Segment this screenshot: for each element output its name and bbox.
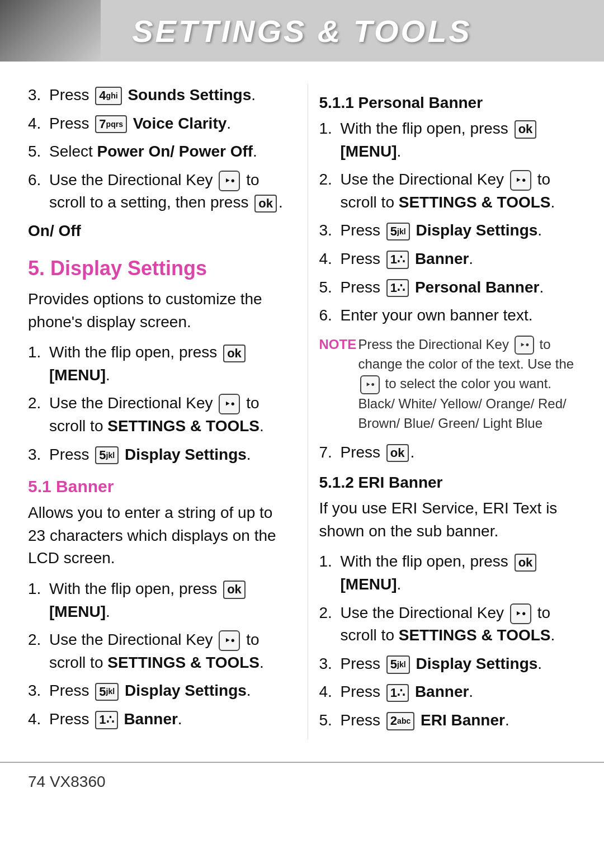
page-header: SETTINGS & TOOLS bbox=[0, 0, 604, 62]
subsection-512-desc: If you use ERI Service, ERI Text is show… bbox=[319, 497, 577, 542]
key-5jkl-s512: 5jkl bbox=[386, 655, 410, 673]
s512-step-text-2: Use the Directional Key ‣• to scroll to … bbox=[341, 602, 577, 647]
s5-step-text-2: Use the Directional Key ‣• to scroll to … bbox=[49, 392, 285, 437]
key-4ghi: 4ghi bbox=[95, 87, 121, 105]
key-2abc-s512: 2abc bbox=[386, 712, 414, 730]
key-1-s512: 1∴ bbox=[386, 684, 409, 702]
s511-step-num-6: 6. bbox=[319, 304, 341, 327]
key-1b-s511: 1∴ bbox=[386, 279, 409, 297]
step-text-7: Press ok. bbox=[341, 441, 577, 464]
s511-step-text-3: Press 5jkl Display Settings. bbox=[341, 219, 577, 242]
step-7: 7. Press ok. bbox=[319, 441, 577, 464]
s511-step-num-4: 4. bbox=[319, 248, 341, 271]
s51-step-text-2: Use the Directional Key ‣• to scroll to … bbox=[49, 629, 285, 674]
step-6: 6. Use the Directional Key ‣• to scroll … bbox=[28, 169, 285, 214]
s5-step-3: 3. Press 5jkl Display Settings. bbox=[28, 444, 285, 466]
subsection51-steps: 1. With the flip open, press ok [MENU]. … bbox=[28, 578, 285, 731]
step-3: 3. Press 4ghi Sounds Settings. bbox=[28, 84, 285, 107]
s512-step-num-4: 4. bbox=[319, 681, 341, 704]
subsection511-steps: 1. With the flip open, press ok [MENU]. … bbox=[319, 117, 577, 327]
s51-step-num-2: 2. bbox=[28, 629, 49, 652]
s5-step-num-3: 3. bbox=[28, 444, 49, 466]
s512-step-4: 4. Press 1∴ Banner. bbox=[319, 681, 577, 704]
page-content: 3. Press 4ghi Sounds Settings. 4. Press … bbox=[0, 62, 604, 762]
note-label: NOTE bbox=[319, 335, 353, 355]
page-title: SETTINGS & TOOLS bbox=[132, 13, 471, 49]
s512-step-text-3: Press 5jkl Display Settings. bbox=[341, 653, 577, 676]
s512-step-1: 1. With the flip open, press ok [MENU]. bbox=[319, 550, 577, 596]
subsection-51-desc: Allows you to enter a string of up to 23… bbox=[28, 502, 285, 570]
s51-step-4: 4. Press 1∴ Banner. bbox=[28, 708, 285, 731]
right-column: 5.1.1 Personal Banner 1. With the flip o… bbox=[308, 84, 577, 739]
step-text-6: Use the Directional Key ‣• to scroll to … bbox=[49, 169, 285, 214]
s511-step-num-3: 3. bbox=[319, 219, 341, 242]
s511-step-3: 3. Press 5jkl Display Settings. bbox=[319, 219, 577, 242]
section-5-desc: Provides options to customize the phone'… bbox=[28, 288, 285, 333]
ok-key-s512-1: ok bbox=[515, 554, 537, 572]
key-7pqrs: 7pqrs bbox=[95, 115, 127, 133]
s51-step-num-1: 1. bbox=[28, 578, 49, 601]
s51-step-text-1: With the flip open, press ok [MENU]. bbox=[49, 578, 285, 623]
s511-step-5: 5. Press 1∴ Personal Banner. bbox=[319, 276, 577, 299]
s51-step-2: 2. Use the Directional Key ‣• to scroll … bbox=[28, 629, 285, 674]
s511-step-text-4: Press 1∴ Banner. bbox=[341, 248, 577, 271]
key-5jkl-s51: 5jkl bbox=[95, 683, 119, 701]
s5-step-2: 2. Use the Directional Key ‣• to scroll … bbox=[28, 392, 285, 437]
step-text-5: Select Power On/ Power Off. bbox=[49, 140, 285, 163]
key-1-s51: 1∴ bbox=[95, 711, 117, 729]
key-5jkl-s511: 5jkl bbox=[386, 223, 410, 240]
step-num-4: 4. bbox=[28, 112, 49, 135]
s5-step-text-3: Press 5jkl Display Settings. bbox=[49, 444, 285, 466]
s51-step-3: 3. Press 5jkl Display Settings. bbox=[28, 680, 285, 702]
key-1-s511: 1∴ bbox=[386, 251, 409, 268]
s511-step-1: 1. With the flip open, press ok [MENU]. bbox=[319, 117, 577, 163]
s51-step-1: 1. With the flip open, press ok [MENU]. bbox=[28, 578, 285, 623]
step-text-3: Press 4ghi Sounds Settings. bbox=[49, 84, 285, 107]
s511-step-2: 2. Use the Directional Key ‣• to scroll … bbox=[319, 168, 577, 214]
note-directional-key: ‣• bbox=[515, 336, 534, 355]
subsection-511-title: 5.1.1 Personal Banner bbox=[319, 94, 577, 112]
intro-steps: 3. Press 4ghi Sounds Settings. 4. Press … bbox=[28, 84, 285, 214]
directional-key-6: ‣• bbox=[219, 171, 240, 191]
s512-step-2: 2. Use the Directional Key ‣• to scroll … bbox=[319, 602, 577, 647]
section-5-title: 5. Display Settings bbox=[28, 257, 285, 280]
s512-step-3: 3. Press 5jkl Display Settings. bbox=[319, 653, 577, 676]
s511-step-6: 6. Enter your own banner text. bbox=[319, 304, 577, 327]
step-num-3: 3. bbox=[28, 84, 49, 107]
section5-steps: 1. With the flip open, press ok [MENU]. … bbox=[28, 341, 285, 466]
page-footer: 74 VX8360 bbox=[0, 762, 604, 801]
subsection512-steps: 1. With the flip open, press ok [MENU]. … bbox=[319, 550, 577, 732]
s5-step-text-1: With the flip open, press ok [MENU]. bbox=[49, 341, 285, 386]
ok-key-s5-1: ok bbox=[223, 345, 246, 362]
s5-step-num-1: 1. bbox=[28, 341, 49, 364]
step-num-7: 7. bbox=[319, 441, 341, 464]
step-num-6: 6. bbox=[28, 169, 49, 192]
s512-step-5: 5. Press 2abc ERI Banner. bbox=[319, 709, 577, 732]
left-column: 3. Press 4ghi Sounds Settings. 4. Press … bbox=[28, 84, 285, 739]
note-directional-key-2: ‣• bbox=[360, 375, 380, 394]
s511-step-num-1: 1. bbox=[319, 117, 341, 140]
s512-step-text-1: With the flip open, press ok [MENU]. bbox=[341, 550, 577, 596]
s51-step-num-4: 4. bbox=[28, 708, 49, 731]
s512-step-num-5: 5. bbox=[319, 709, 341, 732]
key-5jkl-s5: 5jkl bbox=[95, 446, 119, 464]
ok-key-6: ok bbox=[254, 195, 277, 213]
s5-step-1: 1. With the flip open, press ok [MENU]. bbox=[28, 341, 285, 386]
note-text: Press the Directional Key ‣• to change t… bbox=[358, 335, 577, 433]
directional-key-s511-2: ‣• bbox=[510, 170, 531, 191]
s512-step-text-5: Press 2abc ERI Banner. bbox=[341, 709, 577, 732]
s512-step-num-1: 1. bbox=[319, 550, 341, 573]
s511-step-num-2: 2. bbox=[319, 168, 341, 191]
s511-step-text-2: Use the Directional Key ‣• to scroll to … bbox=[341, 168, 577, 214]
s511-step-text-6: Enter your own banner text. bbox=[341, 304, 577, 327]
subsection-512-title: 5.1.2 ERI Banner bbox=[319, 474, 577, 492]
s512-step-num-3: 3. bbox=[319, 653, 341, 676]
s511-step-num-5: 5. bbox=[319, 276, 341, 299]
directional-key-s51-2: ‣• bbox=[219, 630, 240, 651]
directional-key-s512-2: ‣• bbox=[510, 603, 531, 624]
s5-step-num-2: 2. bbox=[28, 392, 49, 415]
step-4: 4. Press 7pqrs Voice Clarity. bbox=[28, 112, 285, 135]
s51-step-text-4: Press 1∴ Banner. bbox=[49, 708, 285, 731]
header-background-image bbox=[0, 0, 101, 62]
s511-step-text-5: Press 1∴ Personal Banner. bbox=[341, 276, 577, 299]
